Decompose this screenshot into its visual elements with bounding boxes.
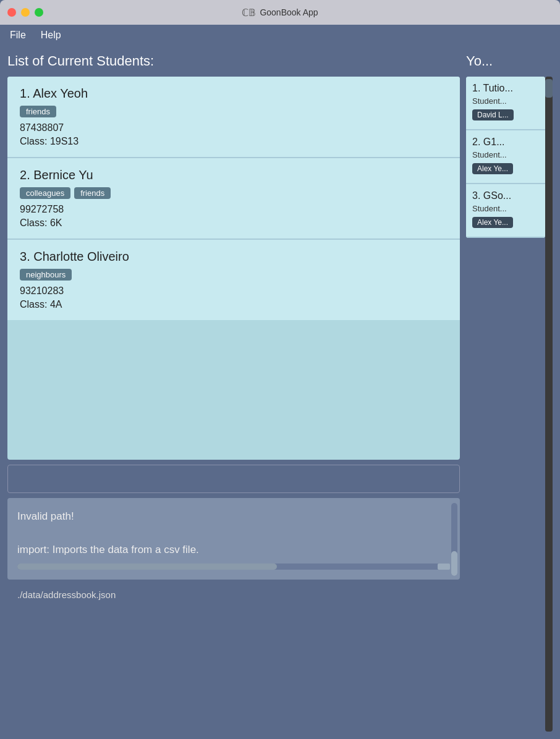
student-list-container: 1. Alex Yeoh friends 87438807 Class: 19S…	[7, 77, 460, 460]
menu-help[interactable]: Help	[41, 30, 61, 41]
student-list-scroll[interactable]: 1. Alex Yeoh friends 87438807 Class: 19S…	[7, 77, 460, 460]
command-input-wrapper	[7, 465, 460, 493]
maximize-button[interactable]	[35, 8, 43, 17]
right-panel: Yo... 1. Tutio... Student... David L...	[466, 53, 553, 732]
student-name-3: 3. Charlotte Oliveiro	[20, 250, 448, 264]
tag-colleagues-2: colleagues	[20, 187, 70, 199]
student-phone-3: 93210283	[20, 285, 448, 297]
app-icon: ℂ𝔹	[242, 7, 256, 19]
student-tags-3: neighbours	[20, 269, 448, 281]
right-card-subtitle-1: Student...	[472, 96, 539, 106]
path-bar: ./data/addressbook.json	[7, 585, 460, 605]
student-tags-2: colleagues friends	[20, 187, 448, 199]
student-card-1[interactable]: 1. Alex Yeoh friends 87438807 Class: 19S…	[7, 77, 460, 158]
close-button[interactable]	[7, 8, 16, 17]
right-list-inner: 1. Tutio... Student... David L... 2. G1.…	[466, 77, 545, 732]
right-card-1[interactable]: 1. Tutio... Student... David L...	[466, 77, 545, 130]
menu-file[interactable]: File	[10, 30, 26, 41]
main-content: List of Current Students: 1. Alex Yeoh f…	[0, 46, 560, 739]
student-tags-1: friends	[20, 106, 448, 117]
student-list-title: List of Current Students:	[7, 53, 460, 69]
left-panel: List of Current Students: 1. Alex Yeoh f…	[7, 53, 460, 732]
title-bar: ℂ𝔹 GoonBook App	[0, 0, 560, 25]
right-card-2[interactable]: 2. G1... Student... Alex Ye...	[466, 130, 545, 184]
h-scrollbar-thumb	[17, 564, 277, 570]
tag-neighbours-3: neighbours	[20, 269, 72, 281]
tag-friends-1: friends	[20, 106, 56, 117]
student-card-3[interactable]: 3. Charlotte Oliveiro neighbours 9321028…	[7, 240, 460, 320]
right-scrollbar-thumb	[545, 79, 553, 98]
right-card-subtitle-3: Student...	[472, 204, 539, 213]
student-phone-2: 99272758	[20, 204, 448, 215]
student-card-2[interactable]: 2. Bernice Yu colleagues friends 9927275…	[7, 158, 460, 240]
student-class-2: Class: 6K	[20, 217, 448, 229]
output-scrollbar-thumb	[451, 551, 457, 576]
window-controls	[7, 8, 43, 17]
minimize-button[interactable]	[21, 8, 30, 17]
horizontal-scrollbar[interactable]	[17, 564, 450, 570]
right-tag-3: Alex Ye...	[472, 217, 513, 228]
right-list-container: 1. Tutio... Student... David L... 2. G1.…	[466, 77, 545, 238]
student-name-1: 1. Alex Yeoh	[20, 87, 448, 101]
menu-bar: File Help	[0, 25, 560, 46]
student-class-3: Class: 4A	[20, 299, 448, 310]
app-title: ℂ𝔹 GoonBook App	[242, 7, 318, 19]
right-scrollbar-track[interactable]	[545, 77, 553, 732]
right-tag-1: David L...	[472, 109, 514, 120]
right-tag-2: Alex Ye...	[472, 163, 513, 174]
right-card-title-1: 1. Tutio...	[472, 83, 539, 94]
right-card-title-3: 3. GSo...	[472, 190, 539, 201]
student-name-2: 2. Bernice Yu	[20, 168, 448, 182]
output-panel: Invalid path! import: Imports the data f…	[7, 498, 460, 580]
right-panel-title: Yo...	[466, 53, 553, 69]
command-input[interactable]	[13, 468, 454, 490]
right-card-title-2: 2. G1...	[472, 137, 539, 148]
output-text: Invalid path! import: Imports the data f…	[17, 508, 450, 559]
right-card-3[interactable]: 3. GSo... Student... Alex Ye...	[466, 184, 545, 238]
student-phone-1: 87438807	[20, 122, 448, 133]
h-scrollbar-button[interactable]	[438, 564, 450, 570]
right-list-wrapper: 1. Tutio... Student... David L... 2. G1.…	[466, 77, 553, 732]
right-card-subtitle-2: Student...	[472, 150, 539, 159]
student-class-1: Class: 19S13	[20, 136, 448, 147]
output-scrollbar[interactable]	[451, 503, 457, 576]
tag-friends-2: friends	[74, 187, 111, 199]
